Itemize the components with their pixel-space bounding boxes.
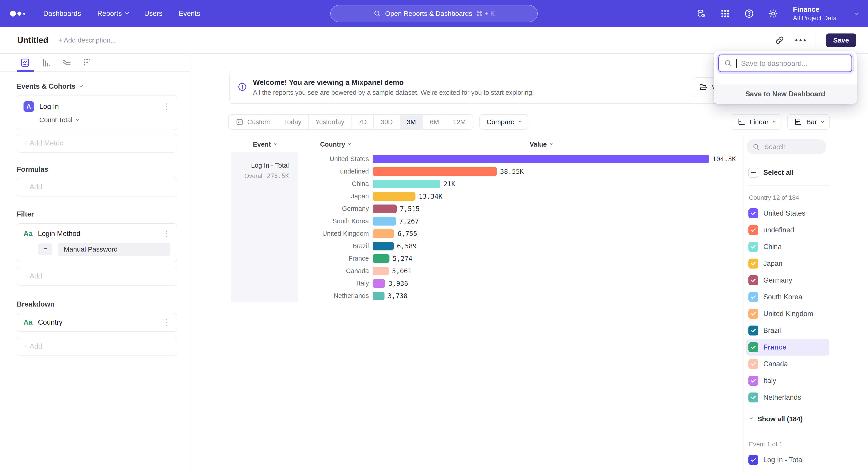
save-to-new-dashboard-button[interactable]: Save to New Dashboard	[714, 84, 857, 104]
segment-checkbox[interactable]	[748, 259, 758, 268]
segment-row-italy[interactable]: Italy	[746, 372, 829, 389]
event-name[interactable]: Log In	[39, 102, 59, 111]
event-segment-row[interactable]: Log In - Total	[746, 451, 829, 468]
kebab-menu-icon[interactable]: ⋮	[162, 102, 170, 111]
event-checkbox[interactable]	[748, 455, 758, 465]
range-button-yesterday[interactable]: Yesterday	[309, 115, 351, 129]
segment-row-united-states[interactable]: United States	[746, 205, 829, 222]
bar-segment[interactable]	[373, 267, 389, 275]
filter-card[interactable]: Aa Login Method ⋮ = Manual Password	[17, 223, 177, 262]
column-header-value[interactable]: Value	[373, 141, 743, 148]
segments-search-input[interactable]: Search	[747, 139, 827, 154]
segment-row-united-kingdom[interactable]: United Kingdom	[746, 305, 829, 322]
segment-checkbox[interactable]	[748, 242, 758, 252]
nav-events[interactable]: Events	[179, 9, 200, 18]
bar-segment[interactable]	[373, 167, 497, 176]
nav-users[interactable]: Users	[144, 9, 162, 18]
nav-dashboards[interactable]: Dashboards	[43, 9, 81, 18]
chevron-down-icon	[518, 119, 522, 123]
segment-row-undefined[interactable]: undefined	[746, 222, 829, 238]
bar-segment[interactable]	[373, 292, 384, 300]
bar-segment[interactable]	[373, 192, 415, 201]
bar-segment[interactable]	[373, 254, 390, 263]
add-metric-button[interactable]: + Add Metric	[17, 134, 177, 153]
segment-checkbox[interactable]	[748, 326, 758, 335]
segment-row-netherlands[interactable]: Netherlands	[746, 389, 829, 406]
segment-checkbox[interactable]	[748, 208, 758, 218]
segment-row-south-korea[interactable]: South Korea	[746, 289, 829, 305]
copy-link-icon[interactable]	[774, 34, 785, 46]
segment-row-brazil[interactable]: Brazil	[746, 322, 829, 339]
filter-value-chip[interactable]: Manual Password	[58, 243, 170, 256]
events-cohorts-header[interactable]: Events & Cohorts	[17, 82, 177, 90]
segment-row-canada[interactable]: Canada	[746, 356, 829, 372]
range-button-12m[interactable]: 12M	[446, 115, 472, 129]
overall-value: 276.5K	[267, 172, 289, 179]
bar-segment[interactable]	[373, 155, 709, 163]
kebab-menu-icon[interactable]: ⋮	[162, 230, 170, 238]
tab-flows[interactable]	[61, 57, 72, 68]
filter-property-name[interactable]: Login Method	[38, 230, 81, 238]
project-chevron-down-icon[interactable]	[855, 11, 859, 15]
compare-button[interactable]: Compare	[479, 114, 528, 129]
add-formula-button[interactable]: + Add	[17, 178, 177, 197]
bar-segment[interactable]	[373, 242, 394, 251]
segment-checkbox[interactable]	[748, 359, 758, 369]
tab-retention[interactable]	[82, 57, 93, 68]
bar-segment[interactable]	[373, 279, 385, 288]
show-all-button[interactable]: Show all (184)	[750, 412, 868, 426]
segment-row-germany[interactable]: Germany	[746, 272, 829, 289]
range-button-6m[interactable]: 6M	[423, 115, 446, 129]
range-button-30d[interactable]: 30D	[374, 115, 400, 129]
bar-segment[interactable]	[373, 180, 440, 188]
segment-checkbox[interactable]	[748, 392, 758, 403]
project-switcher[interactable]: Finance All Project Data	[793, 5, 837, 22]
segment-row-japan[interactable]: Japan	[746, 255, 829, 272]
report-title[interactable]: Untitled	[17, 35, 49, 45]
metric-card[interactable]: A Log In ⋮ Count Total	[17, 95, 177, 130]
tab-funnels[interactable]	[41, 57, 51, 68]
nav-reports[interactable]: Reports	[97, 9, 128, 18]
segment-checkbox[interactable]	[748, 292, 758, 302]
segment-row-china[interactable]: China	[746, 238, 829, 255]
scale-selector[interactable]: Linear	[731, 114, 781, 129]
breakdown-card[interactable]: Aa Country ⋮	[17, 313, 177, 332]
column-header-event[interactable]: Event	[231, 141, 298, 148]
bar-segment[interactable]	[373, 205, 397, 213]
info-icon	[238, 82, 247, 92]
save-button[interactable]: Save	[826, 33, 856, 47]
add-filter-button[interactable]: + Add	[17, 267, 177, 286]
segment-checkbox[interactable]	[748, 376, 758, 386]
segment-row-france[interactable]: France	[746, 339, 829, 356]
settings-gear-icon[interactable]	[767, 8, 779, 20]
data-management-icon[interactable]	[695, 8, 707, 20]
breakdown-property-name[interactable]: Country	[38, 318, 63, 326]
bar-segment[interactable]	[373, 217, 396, 226]
range-button-today[interactable]: Today	[277, 115, 309, 129]
nav-users-label: Users	[144, 9, 162, 18]
chart-type-selector[interactable]: Bar	[787, 114, 830, 129]
add-breakdown-button[interactable]: + Add	[17, 337, 177, 356]
more-options-icon[interactable]	[796, 39, 806, 41]
apps-grid-icon[interactable]	[719, 8, 731, 20]
segment-checkbox[interactable]	[748, 275, 758, 285]
segment-checkbox[interactable]	[748, 225, 758, 235]
segment-checkbox[interactable]	[748, 309, 758, 319]
save-dashboard-search-input[interactable]: Save to dashboard...	[718, 55, 852, 72]
add-description-field[interactable]: + Add description...	[58, 36, 116, 44]
select-all-checkbox[interactable]	[748, 168, 758, 178]
filter-operator-chip[interactable]: =	[38, 243, 53, 255]
help-icon[interactable]	[743, 8, 755, 20]
range-button-custom[interactable]: Custom	[229, 115, 277, 129]
select-all-row[interactable]: Select all	[746, 164, 829, 181]
global-search-button[interactable]: Open Reports & Dashboards ⌘ + K	[330, 5, 538, 22]
aggregation-selector[interactable]: Count Total	[39, 116, 170, 124]
kebab-menu-icon[interactable]: ⋮	[162, 318, 170, 326]
column-header-country[interactable]: Country	[298, 141, 373, 148]
segment-checkbox[interactable]	[748, 342, 758, 352]
tab-insights[interactable]	[20, 57, 30, 68]
bar-segment[interactable]	[373, 229, 394, 238]
range-button-7d[interactable]: 7D	[351, 115, 374, 129]
mixpanel-logo[interactable]	[10, 11, 25, 17]
range-button-3m[interactable]: 3M	[400, 115, 423, 129]
